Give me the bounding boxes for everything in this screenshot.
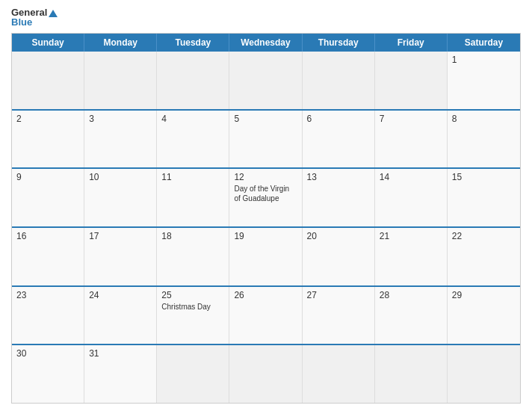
day-cell (229, 345, 302, 403)
day-number: 19 (234, 231, 297, 241)
day-cell: 28 (375, 287, 448, 344)
day-number: 6 (307, 114, 370, 124)
day-number: 29 (452, 290, 516, 300)
day-cell: 10 (84, 169, 157, 226)
week-row-5: 232425Christmas Day26272829 (12, 285, 520, 344)
day-cell (448, 345, 520, 403)
header: General Blue (11, 7, 521, 27)
day-cell: 17 (84, 228, 157, 285)
day-cell (229, 52, 302, 109)
day-number: 14 (380, 172, 442, 182)
day-number: 3 (89, 114, 152, 124)
day-number: 16 (16, 231, 79, 241)
day-number: 28 (380, 290, 442, 300)
header-friday: Friday (375, 34, 448, 52)
day-cell: 2 (12, 111, 84, 168)
day-cell (303, 52, 375, 109)
day-cell: 12Day of the Virgin of Guadalupe (229, 169, 302, 226)
header-wednesday: Wednesday (229, 34, 302, 52)
week-row-6: 3031 (12, 344, 520, 403)
header-thursday: Thursday (303, 34, 375, 52)
day-cell: 22 (448, 228, 520, 285)
day-cell (375, 52, 448, 109)
day-number: 21 (380, 231, 442, 241)
day-number: 24 (89, 290, 152, 300)
day-cell: 26 (229, 287, 302, 344)
calendar-grid: Sunday Monday Tuesday Wednesday Thursday… (11, 33, 521, 404)
day-number: 26 (234, 290, 297, 300)
header-tuesday: Tuesday (157, 34, 229, 52)
logo-blue-text: Blue (11, 17, 32, 27)
day-cell: 11 (157, 169, 229, 226)
calendar-page: General Blue Sunday Monday Tuesday Wedne… (0, 0, 532, 411)
header-saturday: Saturday (448, 34, 520, 52)
week-row-1: 1 (12, 52, 520, 109)
day-number: 18 (161, 231, 224, 241)
day-cell (375, 345, 448, 403)
day-cell (157, 52, 229, 109)
day-number: 31 (89, 348, 152, 359)
event-label: Christmas Day (161, 302, 224, 312)
day-cell: 9 (12, 169, 84, 226)
week-row-3: 9101112Day of the Virgin of Guadalupe131… (12, 167, 520, 226)
day-cell: 5 (229, 111, 302, 168)
day-number: 9 (16, 172, 79, 182)
day-number: 22 (452, 231, 516, 241)
event-label: Day of the Virgin of Guadalupe (234, 184, 297, 203)
day-number: 27 (307, 290, 370, 300)
day-cell: 19 (229, 228, 302, 285)
day-number: 1 (452, 55, 516, 65)
week-row-4: 16171819202122 (12, 226, 520, 285)
day-cell: 21 (375, 228, 448, 285)
day-cell: 7 (375, 111, 448, 168)
day-cell (84, 52, 157, 109)
day-number: 25 (161, 290, 224, 300)
day-cell (303, 345, 375, 403)
day-number: 17 (89, 231, 152, 241)
day-number: 15 (452, 172, 516, 182)
logo-triangle-icon (49, 10, 58, 17)
day-number: 23 (16, 290, 79, 300)
day-cell: 8 (448, 111, 520, 168)
day-number: 2 (16, 114, 79, 124)
logo: General Blue (11, 7, 58, 27)
day-cell (157, 345, 229, 403)
day-number: 30 (16, 348, 79, 359)
day-cell: 31 (84, 345, 157, 403)
day-cell: 20 (303, 228, 375, 285)
day-cell: 13 (303, 169, 375, 226)
day-cell: 23 (12, 287, 84, 344)
header-monday: Monday (84, 34, 157, 52)
day-cell: 24 (84, 287, 157, 344)
day-number: 13 (307, 172, 370, 182)
day-cell: 16 (12, 228, 84, 285)
day-cell: 4 (157, 111, 229, 168)
day-cell: 6 (303, 111, 375, 168)
day-number: 11 (161, 172, 224, 182)
day-headers-row: Sunday Monday Tuesday Wednesday Thursday… (12, 34, 520, 52)
weeks-container: 123456789101112Day of the Virgin of Guad… (12, 52, 520, 403)
day-cell (12, 52, 84, 109)
day-cell: 30 (12, 345, 84, 403)
day-number: 8 (452, 114, 516, 124)
day-number: 10 (89, 172, 152, 182)
day-cell: 29 (448, 287, 520, 344)
day-number: 7 (380, 114, 442, 124)
header-sunday: Sunday (12, 34, 84, 52)
day-number: 20 (307, 231, 370, 241)
day-number: 5 (234, 114, 297, 124)
day-cell: 3 (84, 111, 157, 168)
day-cell: 18 (157, 228, 229, 285)
day-number: 12 (234, 172, 297, 182)
day-cell: 15 (448, 169, 520, 226)
week-row-2: 2345678 (12, 109, 520, 168)
day-cell: 1 (448, 52, 520, 109)
day-number: 4 (161, 114, 224, 124)
day-cell: 25Christmas Day (157, 287, 229, 344)
day-cell: 14 (375, 169, 448, 226)
day-cell: 27 (303, 287, 375, 344)
